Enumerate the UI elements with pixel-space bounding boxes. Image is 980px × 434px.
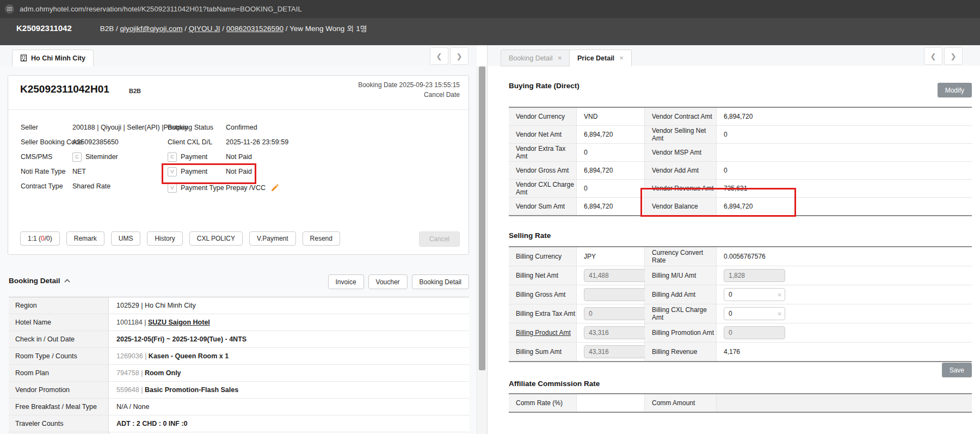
client-phone-link[interactable]: 00862031526590 — [226, 25, 283, 33]
v-payment-type-prefix-badge: V — [168, 184, 177, 193]
one-to-one-inquiry-button[interactable]: 1:1 (0/0) — [20, 231, 60, 246]
tab-close-icon[interactable]: ✕ — [558, 55, 562, 61]
oto-post: /0) — [45, 235, 52, 242]
field-value-client-cxl-dl: 2025-11-26 23:59:59 — [226, 138, 288, 146]
history-button[interactable]: History — [147, 231, 182, 246]
row-label: Room Type / Counts — [9, 348, 109, 364]
client-email-link[interactable]: qiyojikf@qiyoji.com — [120, 25, 183, 33]
field-label-payment-type: Payment Type — [181, 184, 224, 192]
remark-button[interactable]: Remark — [66, 231, 104, 246]
cell-label: Vendor Currency — [509, 108, 577, 125]
save-button[interactable]: Save — [942, 363, 972, 377]
cell-value: 0.0056767576 — [717, 247, 972, 266]
cell-label: Comm Amount — [645, 394, 717, 412]
billing-add-amt-input[interactable] — [724, 288, 785, 301]
billing-promotion-amt-input — [724, 326, 785, 339]
tab-label: Price Detail — [577, 54, 614, 62]
tab-hotel-ho-chi-minh-city[interactable]: Ho Chi Minh City — [12, 50, 94, 66]
row-text: Basic Promotion-Flash Sales — [145, 386, 238, 394]
cell-label: Vendor Selling Net Amt — [645, 126, 717, 143]
client-name-link[interactable]: QIYOU JI — [189, 25, 220, 33]
vertical-scrollbar-thumb[interactable] — [479, 66, 485, 370]
right-panel-next-button[interactable]: ❯ — [944, 47, 963, 65]
cell-value: VND — [577, 108, 645, 125]
cell-label: Billing Promotion Amt — [645, 323, 717, 342]
selling-row-4: Billing Extra Tax Amt Billing CXL Charge… — [509, 304, 972, 323]
invoice-button[interactable]: Invoice — [328, 274, 364, 289]
resend-button[interactable]: Resend — [303, 231, 340, 246]
cell-label: Billing Add Amt — [645, 285, 717, 304]
cell-value: 0 — [717, 162, 972, 179]
clear-input-icon[interactable]: ✕ — [778, 292, 782, 298]
buying-row-1: Vendor Currency VND Vendor Contract Amt … — [509, 108, 972, 126]
hotel-name-link[interactable]: SUZU Saigon Hotel — [148, 319, 210, 326]
row-label: Vendor Promotion — [9, 382, 109, 398]
right-panel-prev-button[interactable]: ❮ — [924, 47, 942, 65]
modify-button[interactable]: Modify — [938, 83, 972, 97]
field-label-v-payment: Payment — [181, 168, 207, 175]
cell-label: Currency Convert Rate — [645, 247, 717, 266]
field-value-c-payment: Not Paid — [226, 153, 252, 161]
cell-label: Billing M/U Amt — [645, 266, 717, 285]
table-row-free-breakfast: Free Breakfast / Meal Type N/A / None — [9, 399, 469, 415]
cell-value: 6,894,720 — [577, 126, 645, 143]
field-value-payment-type: Prepay /VCC — [226, 184, 266, 192]
screen: adm.ohmyhotel.com/reservation/hotel/K250… — [0, 0, 980, 434]
selling-row-2: Billing Net Amt Billing M/U Amt — [509, 266, 972, 285]
cell-value — [717, 394, 972, 412]
billing-cxl-charge-amt-input[interactable] — [724, 307, 785, 320]
separator: / — [183, 25, 189, 33]
cell-label: Vendor Gross Amt — [509, 162, 577, 179]
tab-label: Booking Detail — [509, 54, 553, 62]
booking-detail-button[interactable]: Booking Detail — [412, 274, 469, 289]
cell-label: Billing Gross Amt — [509, 285, 577, 304]
collapse-chevron-up-icon[interactable] — [64, 279, 70, 283]
divider — [8, 109, 469, 110]
field-label-seller: Seller — [21, 124, 38, 131]
cell-label: Vendor CXL Charge Amt — [509, 180, 577, 197]
field-value-v-payment: Not Paid — [226, 168, 252, 175]
row-label: Traveler Counts — [9, 415, 109, 432]
site-permissions-icon[interactable] — [5, 4, 14, 14]
cxl-policy-button[interactable]: CXL POLICY — [189, 231, 243, 246]
tab-price-detail[interactable]: Price Detail ✕ — [569, 50, 632, 66]
row-label: Hotel Name — [9, 314, 109, 331]
cms-prefix-badge: C — [72, 152, 82, 162]
buying-row-2: Vendor Net Amt 6,894,720 Vendor Selling … — [509, 126, 972, 144]
table-row-room-plan: Room Plan 794758 | Room Only — [9, 365, 469, 382]
booking-date: Booking Date 2025-09-23 15:55:15 — [358, 80, 460, 90]
tab-booking-detail[interactable]: Booking Detail ✕ — [501, 50, 570, 66]
billing-product-amt-link[interactable]: Billing Product Amt — [516, 329, 571, 337]
edit-payment-type-pencil-icon[interactable] — [271, 184, 279, 192]
field-label-noti-rate-type: Noti Rate Type — [21, 168, 65, 175]
row-code: 1001184 | — [116, 319, 148, 326]
browser-url-bar: adm.ohmyhotel.com/reservation/hotel/K250… — [0, 0, 980, 18]
cell-label: Vendor Sum Amt — [509, 198, 577, 215]
voucher-button[interactable]: Voucher — [368, 274, 408, 289]
left-panel-prev-button[interactable]: ❮ — [430, 47, 448, 65]
url-text[interactable]: adm.ohmyhotel.com/reservation/hotel/K250… — [20, 5, 302, 13]
cancel-button[interactable]: Cancel — [419, 231, 460, 247]
vendor-balance-value: 6,894,720 — [717, 198, 972, 215]
cell-value: 6,894,720 — [717, 108, 972, 125]
affiliate-row-1: Comm Rate (%) Comm Amount — [509, 394, 972, 412]
table-row-checkin-out: Check in / Out Date 2025-12-05(Fri) ~ 20… — [9, 331, 469, 348]
ums-button[interactable]: UMS — [111, 231, 141, 246]
row-text: Kasen - Queen Room x 1 — [149, 352, 229, 360]
billing-extra-tax-amt-input — [584, 307, 645, 320]
field-value-noti-rate-type: NET — [72, 168, 86, 175]
table-row-traveler-counts: Traveler Counts ADT : 2 CHD : 0 INF :0 — [9, 415, 469, 432]
billing-product-amt-input — [584, 326, 645, 339]
left-panel-next-button[interactable]: ❯ — [450, 47, 469, 65]
v-payment-button[interactable]: V.Payment — [249, 231, 296, 246]
tab-close-icon[interactable]: ✕ — [619, 55, 624, 61]
oto-count: 0 — [41, 235, 45, 242]
cell-label: Vendor Contract Amt — [645, 108, 717, 125]
oto-pre: 1:1 ( — [28, 235, 41, 242]
clear-input-icon[interactable]: ✕ — [778, 311, 782, 317]
booking-detail-section-title: Booking Detail — [9, 277, 70, 285]
cell-label: Billing Currency — [509, 247, 577, 266]
row-code: 559648 | — [116, 386, 145, 394]
table-row-region: Region 102529 | Ho Chi Minh City — [9, 297, 469, 314]
row-label: Region — [9, 297, 109, 314]
